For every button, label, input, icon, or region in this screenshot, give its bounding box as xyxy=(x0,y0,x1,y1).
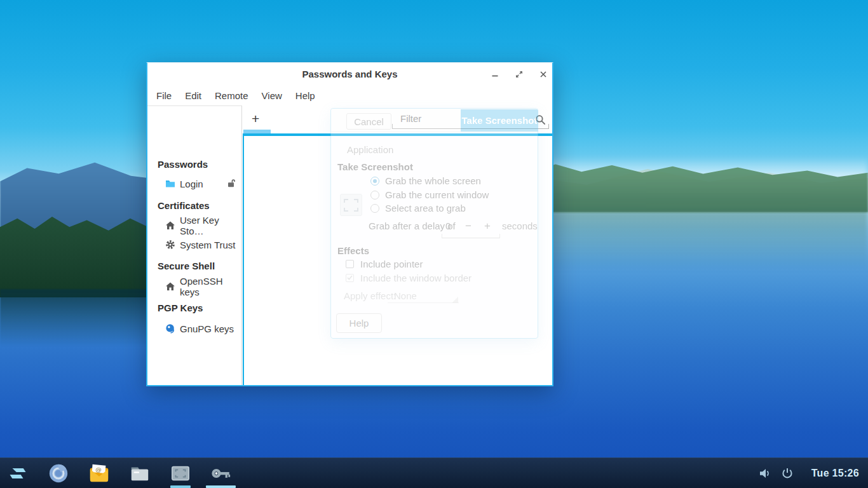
sidebar-item-label: User Key Sto… xyxy=(180,215,241,236)
volume-icon[interactable] xyxy=(758,466,772,480)
menubar: File Edit Remote View Help xyxy=(147,86,316,105)
sidebar-header-secure-shell: Secure Shell xyxy=(147,257,241,274)
gear-icon xyxy=(165,240,175,250)
screenshot-tool-icon[interactable] xyxy=(169,462,192,485)
running-indicator-screenshot xyxy=(170,485,191,488)
radio-icon xyxy=(370,204,379,213)
take-screenshot-button[interactable]: Take Screenshot xyxy=(461,109,538,132)
radio-whole-screen[interactable]: Grab the whole screen xyxy=(370,175,481,186)
spinner-plus-button[interactable]: + xyxy=(484,220,491,233)
cancel-button[interactable]: Cancel xyxy=(346,113,391,130)
spinner-minus-button[interactable]: − xyxy=(465,220,471,233)
menu-view[interactable]: View xyxy=(261,89,283,102)
sidebar-item-system-trust[interactable]: System Trust xyxy=(147,236,241,253)
chromium-browser-icon[interactable] xyxy=(47,462,70,485)
sidebar-item-label: Login xyxy=(180,179,203,189)
checkbox-checked-icon xyxy=(346,274,354,282)
delay-spinner-value[interactable]: 0 xyxy=(445,220,451,231)
checkbox-include-window-border[interactable]: Include the window border xyxy=(346,273,471,283)
sidebar-item-label: GnuPG keys xyxy=(180,323,234,334)
zorin-menu-icon[interactable] xyxy=(6,462,29,485)
mail-icon[interactable]: @ xyxy=(88,462,111,485)
spinner-underline xyxy=(442,234,500,238)
passwords-and-keys-icon[interactable] xyxy=(210,462,233,485)
dialog-headerbar: Cancel Take Screenshot xyxy=(331,109,538,132)
sidebar-header-passwords: Passwords xyxy=(147,156,241,172)
taskbar-launchers: @ xyxy=(6,458,233,488)
sidebar-header-certificates: Certificates xyxy=(147,197,241,214)
radio-icon xyxy=(370,177,379,186)
gnupg-icon xyxy=(165,323,175,334)
power-icon[interactable] xyxy=(780,466,794,480)
close-icon[interactable] xyxy=(538,69,549,80)
home-icon xyxy=(165,220,175,231)
menu-edit[interactable]: Edit xyxy=(184,89,202,102)
seconds-label: seconds xyxy=(502,220,538,231)
home-icon xyxy=(165,281,175,292)
checkbox-icon xyxy=(346,260,354,268)
take-screenshot-dialog: Cancel Take Screenshot Application Take … xyxy=(330,108,538,339)
dropdown-underline xyxy=(388,302,459,303)
sidebar-item-openssh-keys[interactable]: OpenSSH keys xyxy=(147,278,241,295)
notebook-left-border xyxy=(243,133,244,385)
delay-label: Grab after a delay of xyxy=(369,220,456,231)
checkbox-include-pointer[interactable]: Include pointer xyxy=(346,259,423,269)
sidebar-item-user-key-storage[interactable]: User Key Sto… xyxy=(147,217,241,234)
system-tray: Tue 15:26 xyxy=(758,458,859,488)
radio-icon xyxy=(370,191,379,200)
titlebar[interactable]: Passwords and Keys xyxy=(147,63,552,86)
unlocked-padlock-icon xyxy=(226,178,236,188)
taskbar: @ xyxy=(0,458,868,488)
menu-file[interactable]: File xyxy=(156,89,172,102)
application-label: Application xyxy=(347,144,393,155)
help-button[interactable]: Help xyxy=(336,313,382,333)
sidebar-item-label: System Trust xyxy=(180,240,236,250)
radio-select-area[interactable]: Select area to grab xyxy=(370,203,466,214)
take-screenshot-section-header: Take Screenshot xyxy=(337,161,413,172)
restore-icon[interactable] xyxy=(513,69,525,80)
effects-section-header: Effects xyxy=(337,245,369,256)
sidebar-header-pgp-keys: PGP Keys xyxy=(147,299,241,316)
running-indicator-passwords-keys xyxy=(206,485,236,488)
desktop: Passwords and Keys File Edit Remote View… xyxy=(0,0,868,488)
minimize-icon[interactable] xyxy=(489,69,501,80)
sidebar-item-login[interactable]: Login xyxy=(147,175,241,192)
apply-effect-label: Apply effect: xyxy=(344,290,396,301)
dropdown-handle-icon xyxy=(452,297,458,303)
new-tab-button[interactable]: + xyxy=(252,112,259,126)
radio-current-window[interactable]: Grab the current window xyxy=(370,189,489,200)
keyring-sidebar: Passwords Login Certificates User Key St… xyxy=(147,105,242,385)
menu-remote[interactable]: Remote xyxy=(214,89,249,102)
clock[interactable]: Tue 15:26 xyxy=(811,468,859,479)
screenshot-area-icon xyxy=(340,194,362,216)
menu-help[interactable]: Help xyxy=(295,89,316,102)
folder-icon xyxy=(165,179,175,189)
apply-effect-dropdown[interactable]: None xyxy=(394,290,417,301)
svg-text:@: @ xyxy=(95,466,101,473)
file-manager-icon[interactable] xyxy=(128,462,151,485)
sidebar-item-gnupg-keys[interactable]: GnuPG keys xyxy=(147,320,241,337)
sidebar-item-label: OpenSSH keys xyxy=(180,276,241,297)
